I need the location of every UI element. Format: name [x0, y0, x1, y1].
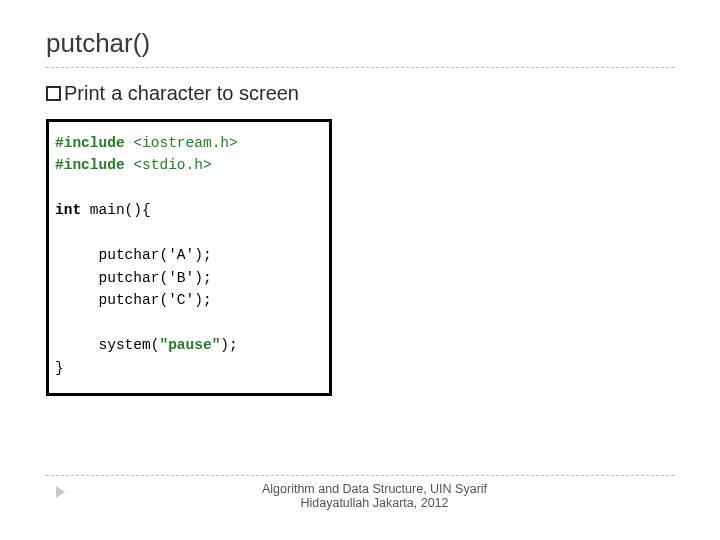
- subtitle-word-print: Print: [64, 82, 105, 105]
- title-divider: [46, 67, 674, 68]
- slide-title: putchar(): [46, 28, 674, 59]
- include-header-2: <stdio.h>: [133, 157, 211, 173]
- int-keyword: int: [55, 202, 81, 218]
- code-system-end: );: [220, 337, 237, 353]
- code-snippet: #include <iostream.h> #include <stdio.h>…: [46, 119, 332, 396]
- code-line-putchar-b: putchar('B');: [99, 270, 212, 286]
- main-signature: main(){: [81, 202, 151, 218]
- include-keyword-2: #include: [55, 157, 125, 173]
- footer: Algorithm and Data Structure, UIN Syarif…: [46, 475, 674, 510]
- square-bullet-icon: [46, 86, 61, 101]
- code-close-brace: }: [55, 360, 64, 376]
- include-keyword-1: #include: [55, 135, 125, 151]
- code-line-putchar-c: putchar('C');: [99, 292, 212, 308]
- footer-divider: [46, 475, 674, 476]
- play-icon: [56, 486, 65, 498]
- include-header-1: <iostream.h>: [133, 135, 237, 151]
- code-system-call: system(: [99, 337, 160, 353]
- footer-line-1: Algorithm and Data Structure, UIN Syarif: [75, 482, 674, 496]
- footer-line-2: Hidayatullah Jakarta, 2012: [75, 496, 674, 510]
- subtitle: Print a character to screen: [46, 82, 674, 105]
- code-line-putchar-a: putchar('A');: [99, 247, 212, 263]
- code-system-arg: "pause": [159, 337, 220, 353]
- subtitle-rest: a character to screen: [111, 82, 299, 105]
